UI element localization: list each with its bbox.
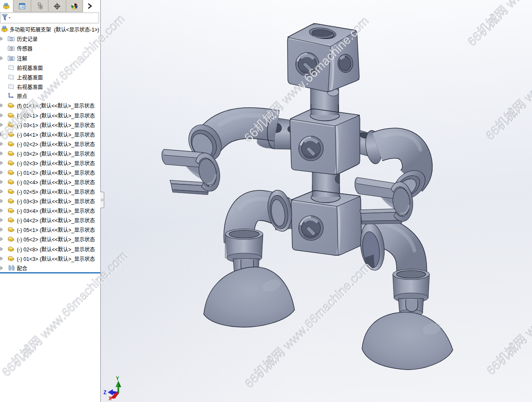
svg-text:A: A	[10, 57, 13, 60]
